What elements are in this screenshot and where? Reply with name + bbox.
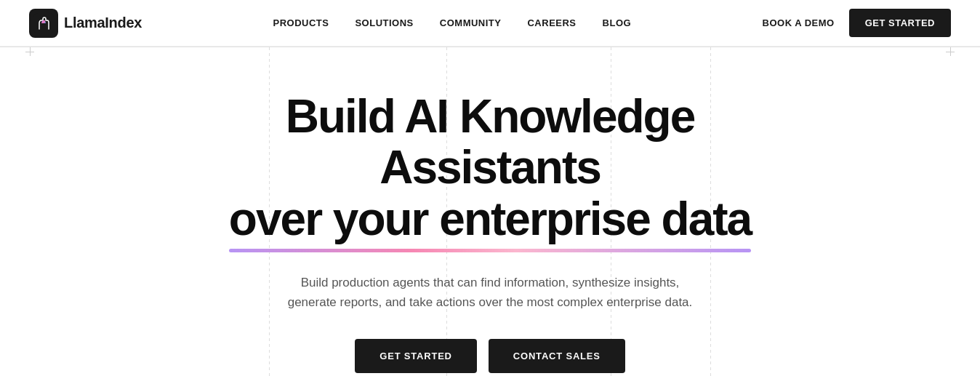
hero-subtitle: Build production agents that can find in… [286,273,694,312]
nav-careers[interactable]: CAREERS [527,17,576,28]
nav-blog[interactable]: BLOG [603,17,632,28]
hero-title-underline-wrapper: over your enterprise data [229,193,751,252]
hero-title-line1: Build AI Knowledge Assistants [286,90,695,193]
navbar: LlamaIndex PRODUCTS SOLUTIONS COMMUNITY … [0,0,980,47]
grid-crosshair-tl [25,47,34,56]
logo-icon[interactable] [29,9,58,38]
get-started-hero-button[interactable]: GET STARTED [355,339,477,373]
nav-solutions[interactable]: SOLUTIONS [355,17,413,28]
book-demo-link[interactable]: BOOK A DEMO [763,17,835,28]
hero-title-line2: over your enterprise data [229,193,751,245]
get-started-nav-button[interactable]: GET STARTED [849,9,951,37]
logo-text: LlamaIndex [64,15,142,31]
grid-crosshair-tr [946,47,955,56]
nav-community[interactable]: COMMUNITY [440,17,502,28]
navbar-actions: BOOK A DEMO GET STARTED [763,9,951,37]
nav-products[interactable]: PRODUCTS [273,17,329,28]
hero-buttons: GET STARTED CONTACT SALES [355,339,625,373]
gradient-underline [229,249,751,252]
hero-title: Build AI Knowledge Assistants over your … [206,91,774,252]
logo-area: LlamaIndex [29,9,142,38]
hero-section: Build AI Knowledge Assistants over your … [0,47,980,376]
contact-sales-button[interactable]: CONTACT SALES [489,339,625,373]
nav-links: PRODUCTS SOLUTIONS COMMUNITY CAREERS BLO… [273,17,632,28]
